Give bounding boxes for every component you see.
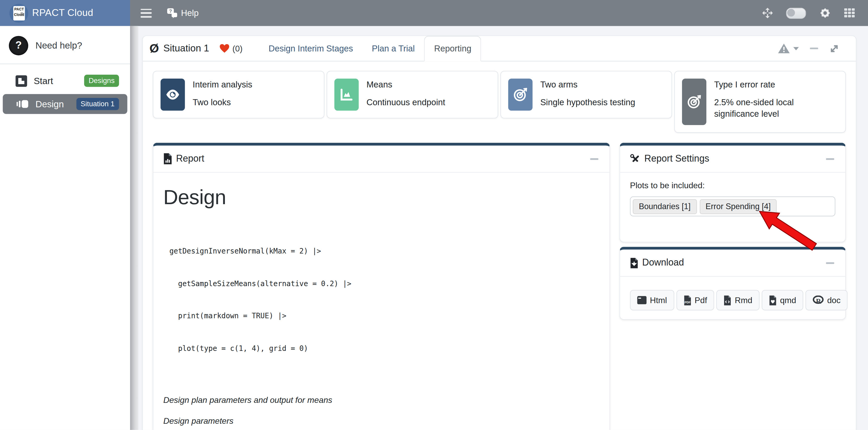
card-subtitle: Continuous endpoint <box>367 96 445 108</box>
brand-header: R PACT Cloud RPACT Cloud <box>0 0 130 26</box>
download-doc-button[interactable]: R doc <box>806 290 848 310</box>
download-title: Download <box>642 257 684 268</box>
sidebar-divider <box>0 64 130 64</box>
app-window: R PACT Cloud RPACT Cloud ? Help <box>0 0 868 430</box>
report-heading: Design <box>163 186 599 209</box>
favorite-count: (0) <box>232 43 243 53</box>
situation-header: Ø Situation 1 (0) <box>149 36 242 61</box>
sidebar-item-label: Start <box>34 75 53 86</box>
logo-r-glyph: R <box>20 11 23 16</box>
minimize-report-button[interactable] <box>590 158 598 160</box>
report-section-design-parameters: Design parameters <box>163 416 599 426</box>
report-content: Design getDesignInverseNormal(kMax = 2) … <box>153 186 610 430</box>
report-panel-title: Report <box>176 153 204 164</box>
download-buttons-row: Html PDF Pdf <box>620 277 845 310</box>
eye-icon <box>161 78 185 111</box>
need-help-link[interactable]: ? Need help? <box>0 35 130 56</box>
report-panel: Report Design getDesignInverseNormal(kMa… <box>153 143 610 430</box>
favorite-control[interactable]: (0) <box>219 43 243 53</box>
situation-badge: Situation 1 <box>76 98 119 110</box>
bullseye-arrow-icon <box>682 78 706 125</box>
card-title: Means <box>367 79 445 90</box>
r-logo-icon: R <box>813 296 824 305</box>
design-layout-icon <box>16 97 29 111</box>
plots-included-label: Plots to be included: <box>630 180 835 190</box>
start-stairs-icon <box>16 75 27 87</box>
heart-icon <box>219 43 229 53</box>
summary-card-type-1-error: Type I error rate 2.5% one-sided local s… <box>674 71 846 133</box>
summary-card-means: Means Continuous endpoint <box>327 71 498 118</box>
sidebar-item-design[interactable]: Design Situation 1 <box>3 94 127 114</box>
download-html-button[interactable]: Html <box>630 290 674 310</box>
svg-text:PDF: PDF <box>684 300 690 304</box>
situation-card: Ø Situation 1 (0) Design Interim Stages … <box>142 35 857 430</box>
card-subtitle: Single hypothesis testing <box>540 96 635 108</box>
file-download-icon <box>630 258 639 268</box>
warnings-dropdown[interactable] <box>778 43 799 54</box>
question-mark-icon: ? <box>9 36 28 55</box>
help-bubble-icon: ? <box>167 8 178 18</box>
tab-design-interim-stages[interactable]: Design Interim Stages <box>259 36 362 61</box>
chevron-down-icon <box>793 47 799 50</box>
file-heart-icon <box>769 295 777 305</box>
minimize-settings-button[interactable] <box>826 158 834 160</box>
tabs: Design Interim Stages Plan a Trial Repor… <box>259 36 481 61</box>
tab-reporting[interactable]: Reporting <box>424 36 482 61</box>
help-label: Help <box>181 8 199 18</box>
minimize-card-button[interactable] <box>810 47 818 49</box>
download-rmd-button[interactable]: Rmd <box>716 290 760 310</box>
report-settings-panel: Report Settings Plots to be included: Bo… <box>619 143 846 242</box>
plot-chip-error-spending[interactable]: Error Spending [4] <box>700 199 777 214</box>
sidebar-item-label: Design <box>35 99 64 109</box>
download-qmd-button[interactable]: qmd <box>762 290 803 310</box>
svg-text:R: R <box>816 297 822 305</box>
summary-cards-row: Interim analysis Two looks Means Continu… <box>153 71 846 133</box>
card-title: Interim analysis <box>193 79 252 90</box>
summary-card-two-arms: Two arms Single hypothesis testing <box>500 71 672 118</box>
card-title: Two arms <box>540 79 635 90</box>
app-title: RPACT Cloud <box>32 7 93 19</box>
vertical-scrollbar[interactable] <box>130 26 138 430</box>
download-pdf-button[interactable]: PDF Pdf <box>676 290 714 310</box>
situation-title: Situation 1 <box>163 42 209 54</box>
tab-plan-a-trial[interactable]: Plan a Trial <box>362 36 424 61</box>
sidebar-item-start[interactable]: Start Designs <box>3 72 127 90</box>
window-icon <box>637 296 647 304</box>
report-panel-header: Report <box>153 145 610 173</box>
grid-table-icon[interactable] <box>844 8 855 18</box>
file-code-icon <box>724 295 732 305</box>
minimize-download-button[interactable] <box>826 262 834 263</box>
warning-triangle-icon <box>778 43 790 54</box>
designs-badge: Designs <box>84 75 119 87</box>
help-button[interactable]: ? Help <box>167 8 199 18</box>
theme-toggle-switch[interactable] <box>786 7 806 19</box>
svg-text:?: ? <box>169 8 172 14</box>
report-subtitle: Design plan parameters and output for me… <box>163 395 599 404</box>
plots-multiselect-input[interactable]: Boundaries [1] Error Spending [4] <box>630 196 835 216</box>
sidebar-toggle-button[interactable] <box>141 9 152 18</box>
logo-text-top: PACT <box>13 7 25 11</box>
card-title: Type I error rate <box>714 79 838 90</box>
sidebar: ? Need help? Start Designs Desig <box>0 26 130 430</box>
file-pdf-icon: PDF <box>684 295 691 305</box>
tab-bar: Ø Situation 1 (0) Design Interim Stages … <box>143 36 856 61</box>
fullscreen-arrows-icon[interactable] <box>762 8 773 18</box>
bullseye-arrow-icon <box>508 78 533 111</box>
circle-slash-icon: Ø <box>149 42 159 55</box>
summary-card-interim-analysis: Interim analysis Two looks <box>153 71 324 118</box>
report-settings-title: Report Settings <box>644 153 709 164</box>
area-chart-icon <box>334 78 359 111</box>
top-bar: R PACT Cloud RPACT Cloud ? Help <box>0 0 868 26</box>
tools-icon <box>630 154 641 164</box>
card-subtitle: 2.5% one-sided local significance level <box>714 96 838 120</box>
r-code-block: getDesignInverseNormal(kMax = 2) |> getS… <box>169 224 600 375</box>
sun-settings-icon[interactable] <box>819 7 831 19</box>
rpact-logo: R PACT Cloud <box>9 4 28 23</box>
download-header: Download <box>620 250 845 277</box>
download-panel: Download Html <box>619 247 846 320</box>
card-subtitle: Two looks <box>193 96 252 108</box>
expand-diagonal-icon[interactable] <box>829 43 839 53</box>
plot-chip-boundaries[interactable]: Boundaries [1] <box>633 199 696 214</box>
need-help-label: Need help? <box>35 40 82 51</box>
report-settings-header: Report Settings <box>620 145 845 173</box>
